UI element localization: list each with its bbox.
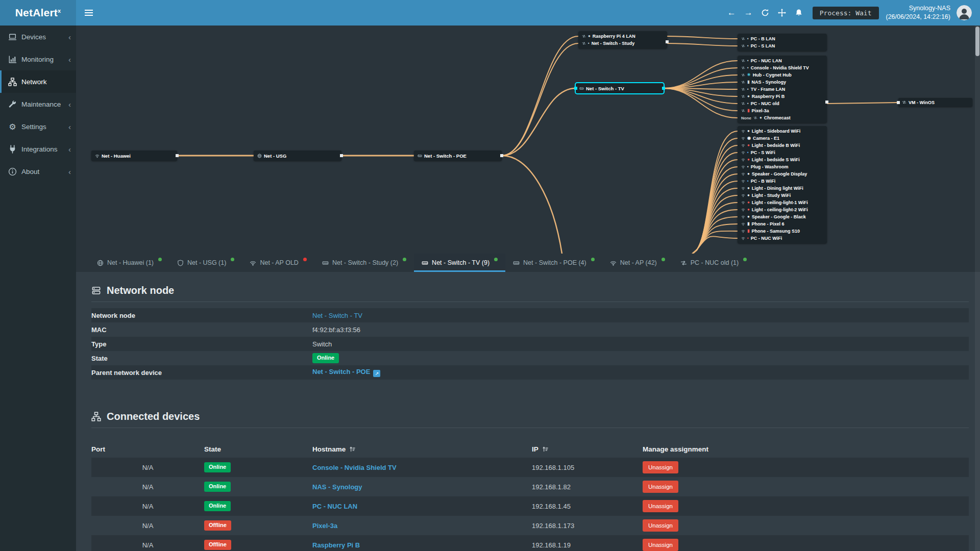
table-header-row: Port State Hostname IP Manage assignment <box>91 440 969 458</box>
unassign-button[interactable]: Unassign <box>643 461 678 473</box>
topology-device-row[interactable]: ● Light - ceiling-light-2 WiFi <box>738 206 827 213</box>
tab-net-switch-tv[interactable]: Net - Switch - TV (9) <box>414 254 505 272</box>
column-header-state[interactable]: State <box>204 445 312 453</box>
hostname-link[interactable]: PC - NUC LAN <box>312 503 357 510</box>
tab-label: Net - Switch - POE (4) <box>523 259 586 266</box>
column-header-port[interactable]: Port <box>91 445 204 453</box>
sidebar-item-devices[interactable]: Devices <box>0 26 76 48</box>
device-icon: ● <box>747 158 750 162</box>
laptop-icon <box>8 33 17 41</box>
hostname-link[interactable]: Pixel-3a <box>312 522 337 530</box>
topology-device-row[interactable]: ▮ Pixel-3a <box>738 107 827 114</box>
hostname-link[interactable]: NAS - Synology <box>312 483 362 491</box>
tab-net-ap[interactable]: Net - AP (42) <box>602 254 673 272</box>
topology-device-row[interactable]: ▪ PC - NUC WiFi <box>738 235 827 242</box>
topology-device-row[interactable]: ▪ PC - B WiFi <box>738 178 827 185</box>
column-header-ip[interactable]: IP <box>532 445 643 453</box>
topology-device-row[interactable]: ● Light - Sideboard WiFi <box>738 128 827 135</box>
topology-node-huawei[interactable]: Net - Huawei <box>91 151 177 161</box>
sidebar-item-settings[interactable]: ⚙ Settings <box>0 115 76 138</box>
tab-net-ap-old[interactable]: Net - AP OLD <box>242 254 314 272</box>
pan-move-icon[interactable] <box>774 0 791 26</box>
scrollbar-thumb[interactable] <box>975 27 979 56</box>
topology-device-row[interactable]: ▪ Plug - Washroom <box>738 163 827 170</box>
topology-device-row[interactable]: ● Raspberry Pi 4 LAN <box>578 33 667 40</box>
state-badge: Online <box>204 482 231 491</box>
topology-device-row[interactable]: ▮ NAS - Synology <box>738 79 827 86</box>
unassign-button[interactable]: Unassign <box>643 519 678 532</box>
bell-icon[interactable] <box>791 0 807 26</box>
external-link-icon[interactable] <box>373 370 380 377</box>
nav-back-icon[interactable]: ← <box>723 0 740 26</box>
topology-device-row[interactable]: ● Speaker - Google - Black <box>738 213 827 220</box>
topology-node-usg[interactable]: Net - USG <box>254 151 341 161</box>
unassign-button[interactable]: Unassign <box>643 481 678 493</box>
topology-device-row[interactable]: ▪ PC - NUC LAN <box>738 57 827 64</box>
ethernet-icon <box>680 260 687 266</box>
tab-net-switch-study[interactable]: Net - Switch - Study (2) <box>314 254 414 272</box>
topology-device-row[interactable]: ▪ Net - Switch - Study <box>578 40 667 47</box>
user-avatar[interactable] <box>957 5 972 20</box>
study-group-box[interactable]: ● Raspberry Pi 4 LAN ▪ Net - Switch - St… <box>578 31 667 48</box>
topology-device-row[interactable]: ● Speaker - Google Display <box>738 170 827 178</box>
unassign-button[interactable]: Unassign <box>643 539 678 551</box>
detail-label: Type <box>91 340 312 348</box>
sort-icon[interactable] <box>349 446 356 453</box>
topology-device-row[interactable]: ● Light - bedside S WiFi <box>738 156 827 163</box>
unassign-button[interactable]: Unassign <box>643 500 678 512</box>
connector-dot <box>176 154 179 157</box>
topology-device-row[interactable]: ◉ Camera - E1 <box>738 135 827 142</box>
ip-cell: 192.168.1.19 <box>532 541 643 549</box>
sidebar-item-monitoring[interactable]: Monitoring <box>0 48 76 70</box>
sort-icon[interactable] <box>542 446 549 453</box>
topology-device-row[interactable]: ▪ Console - Nvidia Shield TV <box>738 64 827 71</box>
device-icon: ● <box>747 186 750 190</box>
tab-net-usg[interactable]: Net - USG (1) <box>169 254 242 272</box>
sidebar-item-maintenance[interactable]: Maintenance <box>0 93 76 115</box>
lan-group-box[interactable]: ▪ PC - B LAN ▪ PC - S LAN <box>738 34 827 51</box>
topology-device-row[interactable]: ▪ TV - Frame LAN <box>738 86 827 93</box>
topology-node-switch-tv-selected[interactable]: Net - Switch - TV <box>576 83 664 93</box>
network-node-link[interactable]: Net - Switch - TV <box>312 312 362 319</box>
hostname-link[interactable]: Console - Nvidia Shield TV <box>312 464 397 471</box>
topology-node-vm-winos[interactable]: VM - WinOS <box>898 98 972 107</box>
topology-device-row[interactable]: ▪ PC - NUC old <box>738 100 827 107</box>
status-dot <box>303 258 307 261</box>
topology-device-row[interactable]: ▮ Phone - Samsung S10 <box>738 228 827 235</box>
wifi-group-box[interactable]: ● Light - Sideboard WiFi ◉ Camera - E1 ●… <box>738 126 827 243</box>
detail-label: Network node <box>91 312 312 319</box>
topology-device-row[interactable]: ● Light - bedside B WiFi <box>738 142 827 149</box>
topology-device-row[interactable]: ▪ PC - B LAN <box>738 35 827 42</box>
parent-device-link[interactable]: Net - Switch - POE <box>312 368 370 375</box>
sidebar-item-label: About <box>21 168 39 176</box>
tab-pc-nuc-old[interactable]: PC - NUC old (1) <box>673 254 754 272</box>
column-header-hostname[interactable]: Hostname <box>312 445 532 453</box>
globe-icon <box>97 260 104 266</box>
sidebar-item-about[interactable]: About <box>0 160 76 183</box>
topology-device-row[interactable]: ● Light - Dining light WiFi <box>738 185 827 192</box>
tab-net-huawei[interactable]: Net - Huawei (1) <box>89 254 169 272</box>
sidebar-item-integrations[interactable]: Integrations <box>0 138 76 160</box>
nav-forward-icon[interactable]: → <box>740 0 757 26</box>
host-timestamp: (26/06/2024, 14:22:16) <box>886 13 951 21</box>
hamburger-menu-icon[interactable] <box>76 0 102 26</box>
connected-devices-table: Port State Hostname IP Manage assignment… <box>91 440 969 551</box>
topology-device-row[interactable]: None ● Chromecast <box>738 114 827 121</box>
topology-device-row[interactable]: ● Light - ceiling-light-1 WiFi <box>738 199 827 206</box>
topology-device-row[interactable]: ● Raspberry Pi B <box>738 93 827 100</box>
device-label: Raspberry Pi 4 LAN <box>593 34 635 39</box>
tab-net-switch-poe[interactable]: Net - Switch - POE (4) <box>505 254 602 272</box>
topology-device-row[interactable]: ▮ Phone - Pixel 6 <box>738 220 827 228</box>
network-topology-canvas[interactable]: Net - Huawei Net - USG Net - Switch - PO… <box>76 26 980 254</box>
tv-group-box[interactable]: ▪ PC - NUC LAN ▪ Console - Nvidia Shield… <box>738 56 827 123</box>
scrollbar-track[interactable] <box>975 26 980 551</box>
refresh-icon[interactable] <box>757 0 774 26</box>
topology-device-row[interactable]: ▪ PC - S LAN <box>738 42 827 49</box>
topology-device-row[interactable]: ● Light - Study WiFi <box>738 192 827 199</box>
app-logo[interactable]: NetAlertx <box>0 0 76 26</box>
sidebar-item-network[interactable]: Network <box>0 70 76 93</box>
topology-node-switch-poe[interactable]: Net - Switch - POE <box>414 151 502 161</box>
topology-device-row[interactable]: ▪ PC - S WiFi <box>738 149 827 156</box>
topology-device-row[interactable]: ✳ Hub - Cygnet Hub <box>738 71 827 79</box>
hostname-link[interactable]: Raspberry Pi B <box>312 541 360 549</box>
